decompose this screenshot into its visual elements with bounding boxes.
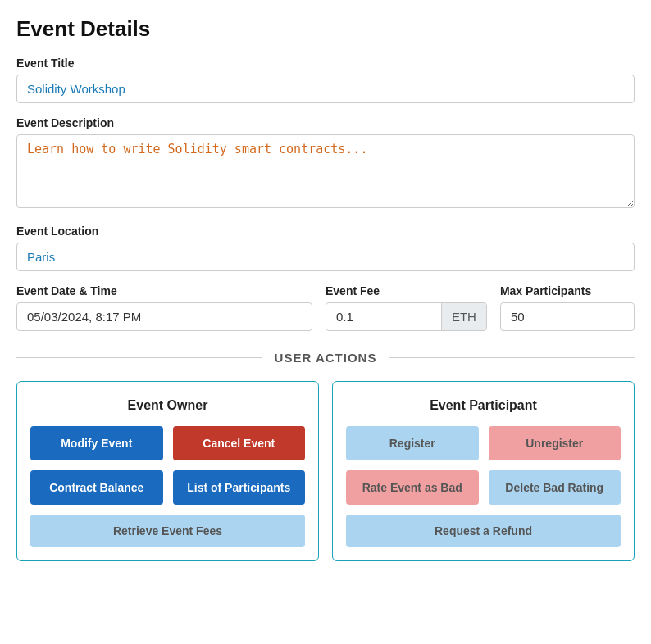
event-location-input[interactable] [16,243,635,271]
participant-bottom-btn-row: Request a Refund [346,515,621,547]
owner-mid-btn-row: Contract Balance List of Participants [30,470,305,505]
fee-label: Event Fee [326,284,487,297]
event-title-label: Event Title [16,57,635,70]
event-title-input[interactable] [16,75,635,103]
row-fields: Event Date & Time Event Fee ETH Max Part… [16,284,635,331]
fee-unit: ETH [441,303,486,330]
owner-top-btn-row: Modify Event Cancel Event [30,426,305,460]
retrieve-fees-button[interactable]: Retrieve Event Fees [30,515,305,547]
fee-input-wrapper: ETH [326,302,487,331]
fee-group: Event Fee ETH [326,284,487,331]
page-title: Event Details [16,16,635,42]
owner-bottom-btn-row: Retrieve Event Fees [30,515,305,547]
event-description-textarea[interactable]: Learn how to write Solidity smart contra… [16,134,635,208]
event-description-label: Event Description [16,116,635,129]
list-participants-button[interactable]: List of Participants [173,470,306,505]
divider-left [16,357,262,358]
user-actions-row: Event Owner Modify Event Cancel Event Co… [16,381,635,561]
max-participants-label: Max Participants [500,284,635,297]
register-button[interactable]: Register [346,426,479,460]
delete-bad-rating-button[interactable]: Delete Bad Rating [489,470,621,505]
user-actions-divider: USER ACTIONS [16,351,635,365]
event-description-group: Event Description Learn how to write Sol… [16,116,635,211]
event-location-group: Event Location [16,224,635,271]
modify-event-button[interactable]: Modify Event [30,426,163,460]
participant-top-btn-row: Register Unregister [346,426,621,460]
cancel-event-button[interactable]: Cancel Event [173,426,306,460]
user-actions-label: USER ACTIONS [262,351,390,365]
owner-panel: Event Owner Modify Event Cancel Event Co… [16,381,319,561]
request-refund-button[interactable]: Request a Refund [346,515,621,547]
participant-panel-title: Event Participant [346,398,621,413]
participant-panel: Event Participant Register Unregister Ra… [332,381,635,561]
divider-right [389,357,635,358]
owner-panel-title: Event Owner [30,398,305,413]
rate-bad-button[interactable]: Rate Event as Bad [346,470,479,505]
event-location-label: Event Location [16,224,635,238]
fee-input[interactable] [326,303,441,330]
max-participants-input[interactable] [500,302,635,331]
participant-mid-btn-row: Rate Event as Bad Delete Bad Rating [346,470,621,505]
unregister-button[interactable]: Unregister [489,426,621,460]
event-title-group: Event Title [16,57,635,103]
datetime-label: Event Date & Time [16,284,312,297]
contract-balance-button[interactable]: Contract Balance [30,470,163,505]
datetime-group: Event Date & Time [16,284,312,331]
max-participants-group: Max Participants [500,284,635,331]
datetime-input[interactable] [16,302,312,331]
